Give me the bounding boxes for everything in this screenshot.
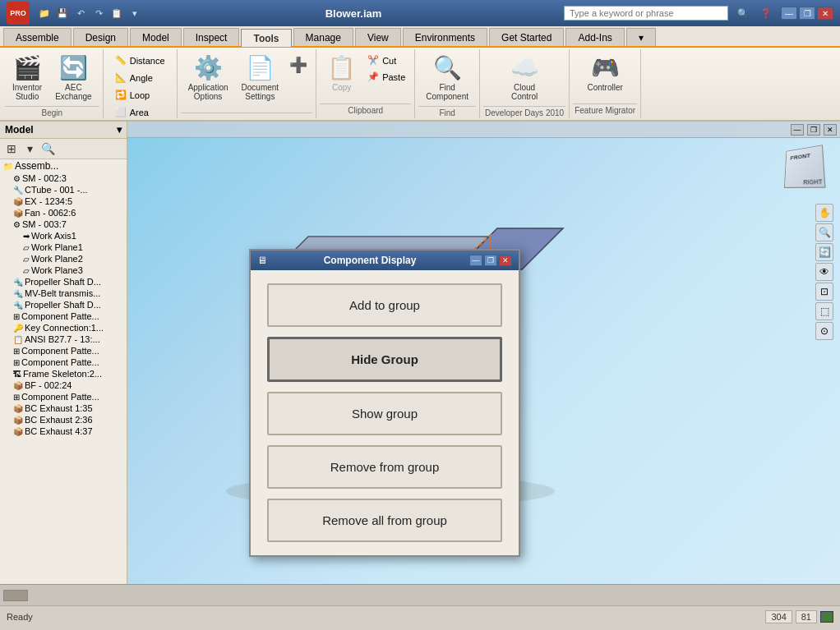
inventor-studio-icon: 🎬 xyxy=(13,56,42,81)
qa-redo-btn[interactable]: ↷ xyxy=(90,5,107,21)
tab-add-ins[interactable]: Add-Ins xyxy=(565,28,624,46)
search-input[interactable] xyxy=(564,6,728,21)
viewport[interactable]: — ❐ ✕ FRONT RIGHT ✋ 🔍 🔄 👁 ⊡ ⬚ ⊙ xyxy=(127,122,840,584)
tree-item[interactable]: ▱Work Plane2 xyxy=(0,253,127,264)
tree-root[interactable]: 📁 Assemb... xyxy=(0,159,127,172)
show-group-btn[interactable]: Show group xyxy=(267,392,502,435)
tree-item[interactable]: 📦BC Exhaust 4:37 xyxy=(0,425,127,437)
expand-btn[interactable]: ▾ xyxy=(21,140,38,157)
qa-more-btn[interactable]: ▾ xyxy=(127,5,143,21)
find-component-icon: 🔍 xyxy=(433,56,462,81)
tab-assemble[interactable]: Assemble xyxy=(3,28,72,46)
search-btn[interactable]: 🔍 xyxy=(735,5,751,21)
item-label: Key Connection:1... xyxy=(25,323,104,333)
tree-item[interactable]: ⚙SM - 003:7 xyxy=(0,218,127,230)
dialog-titlebar: 🖥 Component Display — ❐ ✕ xyxy=(251,251,519,270)
item-icon: ⚙ xyxy=(13,220,21,229)
tab-environments[interactable]: Environments xyxy=(403,28,487,46)
tab-inspect[interactable]: Inspect xyxy=(183,28,240,46)
tab-get-started[interactable]: Get Started xyxy=(489,28,564,46)
status-bar: Ready 304 81 xyxy=(0,605,840,627)
tab-extra[interactable]: ▾ xyxy=(626,28,656,46)
find-component-btn[interactable]: 🔍 FindComponent xyxy=(420,53,474,104)
copy-btn[interactable]: 📋 Copy xyxy=(321,53,362,95)
tree-item[interactable]: ➡Work Axis1 xyxy=(0,230,127,241)
cloud-control-btn[interactable]: ☁️ CloudControl xyxy=(505,53,545,104)
app-options-btn[interactable]: ⚙️ ApplicationOptions xyxy=(182,53,234,104)
model-dropdown-icon[interactable]: ▾ xyxy=(117,124,122,136)
item-icon: 🏗 xyxy=(13,370,21,379)
inventor-studio-btn[interactable]: 🎬 InventorStudio xyxy=(7,53,48,104)
paste-btn[interactable]: 📌 Paste xyxy=(363,69,409,85)
minimize-btn[interactable]: — xyxy=(781,7,797,20)
tree-item[interactable]: 📦BC Exhaust 2:36 xyxy=(0,414,127,425)
copy-label: Copy xyxy=(332,83,351,92)
item-label: Work Plane3 xyxy=(31,265,83,275)
controller-btn[interactable]: 🎮 Controller xyxy=(581,53,628,95)
tree-item[interactable]: 🔧CTube - 001 -... xyxy=(0,184,127,195)
tree-item[interactable]: 📦BC Exhaust 1:35 xyxy=(0,402,127,414)
tree-item[interactable]: 🏗Frame Skeleton:2... xyxy=(0,368,127,379)
model-toolbar: ⊞ ▾ 🔍 xyxy=(0,139,127,159)
tree-item[interactable]: 🔩MV-Belt transmis... xyxy=(0,287,127,299)
remove-all-from-group-btn[interactable]: Remove all from group xyxy=(267,499,502,542)
tree-item[interactable]: ▱Work Plane3 xyxy=(0,264,127,276)
qa-properties-btn[interactable]: 📋 xyxy=(108,5,125,21)
hide-group-btn[interactable]: Hide Group xyxy=(267,337,502,382)
area-btn[interactable]: ⬜ Area xyxy=(111,104,153,120)
tree-item[interactable]: 📦EX - 1234:5 xyxy=(0,195,127,207)
ribbon-group-developer-days: ☁️ CloudControl Developer Days 2010 xyxy=(480,49,570,118)
tree-item[interactable]: 🔩Propeller Shaft D... xyxy=(0,299,127,310)
qa-save-btn[interactable]: 💾 xyxy=(54,5,71,21)
ribbon: 🎬 InventorStudio 🔄 AECExchange Begin 📏 D… xyxy=(0,48,840,122)
filter-btn[interactable]: ⊞ xyxy=(3,140,20,157)
item-label: Frame Skeleton:2... xyxy=(23,369,102,379)
tab-view[interactable]: View xyxy=(355,28,401,46)
loop-btn[interactable]: 🔁 Loop xyxy=(111,87,154,103)
tree-item[interactable]: ⊞Component Patte... xyxy=(0,345,127,356)
tree-item[interactable]: ▱Work Plane1 xyxy=(0,241,127,253)
tree-item[interactable]: 📋ANSI B27.7 - 13:... xyxy=(0,333,127,345)
restore-btn[interactable]: ❐ xyxy=(799,7,815,20)
distance-btn[interactable]: 📏 Distance xyxy=(111,53,169,68)
tree-item[interactable]: 🔩Propeller Shaft D... xyxy=(0,276,127,287)
item-icon: ▱ xyxy=(23,255,30,264)
scroll-thumb[interactable] xyxy=(3,590,28,601)
qa-undo-btn[interactable]: ↶ xyxy=(72,5,89,21)
search-tree-btn[interactable]: 🔍 xyxy=(39,140,56,157)
feature-migrator-buttons: 🎮 Controller xyxy=(579,51,630,103)
developer-days-label: Developer Days 2010 xyxy=(483,106,565,119)
add-to-group-btn[interactable]: Add to group xyxy=(267,283,502,327)
tree-item[interactable]: 📦BF - 002:24 xyxy=(0,379,127,391)
item-icon: ▱ xyxy=(23,243,30,252)
tab-manage[interactable]: Manage xyxy=(293,28,353,46)
remove-from-group-btn[interactable]: Remove from group xyxy=(267,445,502,489)
angle-btn[interactable]: 📐 Angle xyxy=(111,70,157,85)
doc-settings-btn[interactable]: 📄 DocumentSettings xyxy=(236,53,285,104)
tab-design[interactable]: Design xyxy=(73,28,128,46)
tree-item[interactable]: ⊞Component Patte... xyxy=(0,391,127,402)
add-btn[interactable]: ➕ xyxy=(286,53,311,77)
tab-tools[interactable]: Tools xyxy=(241,29,291,47)
begin-group-label: Begin xyxy=(5,106,99,119)
item-label: EX - 1234:5 xyxy=(25,196,72,206)
tree-item[interactable]: 🔑Key Connection:1... xyxy=(0,322,127,333)
aec-exchange-btn[interactable]: 🔄 AECExchange xyxy=(49,53,97,104)
close-btn[interactable]: ✕ xyxy=(817,7,833,20)
help-btn[interactable]: ❓ xyxy=(758,5,774,21)
item-label: Work Axis1 xyxy=(31,231,76,241)
app-options-icon: ⚙️ xyxy=(194,56,223,81)
cut-btn[interactable]: ✂️ Cut xyxy=(363,53,409,68)
tree-item[interactable]: ⊞Component Patte... xyxy=(0,356,127,368)
scroll-track[interactable] xyxy=(31,590,840,601)
tab-model[interactable]: Model xyxy=(130,28,182,46)
model-header: Model ▾ xyxy=(0,122,127,139)
tree-item[interactable]: 📦Fan - 0062:6 xyxy=(0,207,127,218)
tree-item[interactable]: ⚙SM - 002:3 xyxy=(0,172,127,184)
qa-open-btn[interactable]: 📁 xyxy=(36,5,53,21)
dialog-close-btn[interactable]: ✕ xyxy=(499,255,512,266)
inventor-studio-label: InventorStudio xyxy=(12,83,42,101)
dialog-restore-btn[interactable]: ❐ xyxy=(484,255,497,266)
dialog-minimize-btn[interactable]: — xyxy=(469,255,482,266)
tree-item[interactable]: ⊞Component Patte... xyxy=(0,310,127,322)
